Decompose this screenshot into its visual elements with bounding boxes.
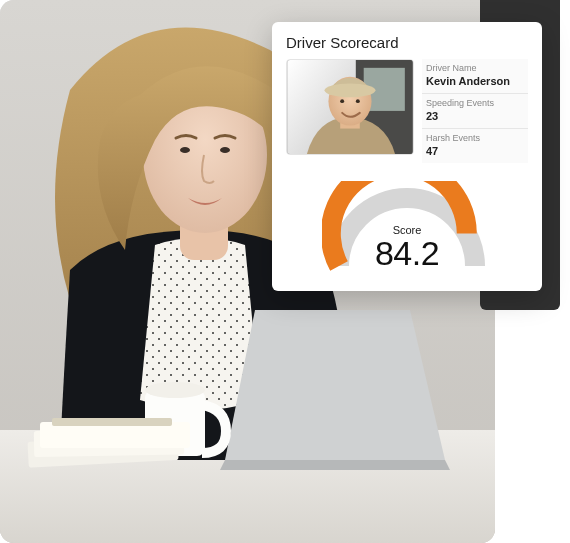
svg-point-23 <box>340 99 344 103</box>
stat-value: 23 <box>426 109 524 123</box>
stat-label: Driver Name <box>426 63 524 74</box>
stat-label: Harsh Events <box>426 133 524 144</box>
svg-point-24 <box>356 99 360 103</box>
score-gauge: Score 84.2 <box>322 181 492 273</box>
svg-point-11 <box>145 382 205 398</box>
stat-value: Kevin Anderson <box>426 74 524 88</box>
driver-photo <box>286 59 414 155</box>
stat-harsh-events: Harsh Events 47 <box>422 129 528 163</box>
stat-value: 47 <box>426 144 524 158</box>
card-title: Driver Scorecard <box>286 34 528 51</box>
svg-point-22 <box>325 84 376 98</box>
svg-rect-15 <box>52 418 172 426</box>
svg-point-7 <box>180 147 190 153</box>
driver-scorecard-card: Driver Scorecard <box>272 22 542 291</box>
svg-point-8 <box>220 147 230 153</box>
stat-label: Speeding Events <box>426 98 524 109</box>
stat-driver-name: Driver Name Kevin Anderson <box>422 59 528 94</box>
stat-speeding-events: Speeding Events 23 <box>422 94 528 129</box>
driver-stats: Driver Name Kevin Anderson Speeding Even… <box>422 59 528 163</box>
score-value: 84.2 <box>322 234 492 273</box>
